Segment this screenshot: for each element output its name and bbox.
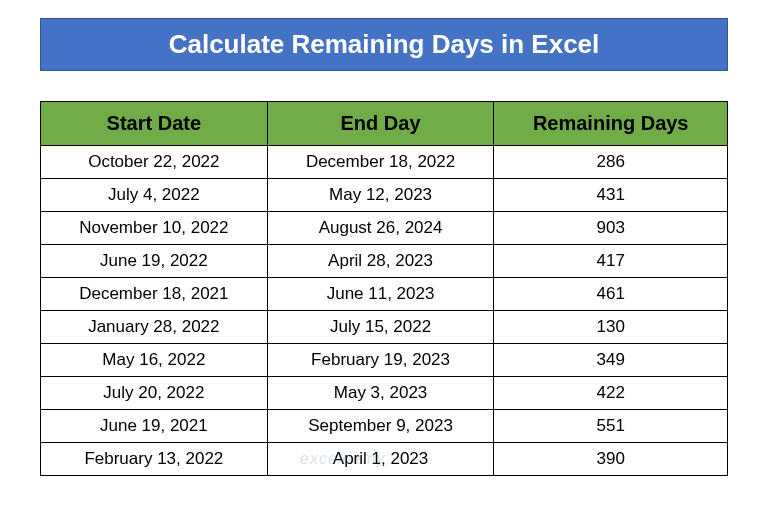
cell-end-day: April 1, 2023 [267,443,494,476]
table-row: July 4, 2022May 12, 2023431 [41,179,728,212]
cell-remaining-days: 431 [494,179,728,212]
cell-end-day: June 11, 2023 [267,278,494,311]
cell-end-day: July 15, 2022 [267,311,494,344]
table-row: June 19, 2021September 9, 2023551 [41,410,728,443]
cell-start-date: June 19, 2022 [41,245,268,278]
cell-start-date: July 4, 2022 [41,179,268,212]
cell-remaining-days: 461 [494,278,728,311]
cell-remaining-days: 422 [494,377,728,410]
data-table: Start Date End Day Remaining Days Octobe… [40,101,728,476]
table-row: October 22, 2022December 18, 2022286 [41,146,728,179]
page-title: Calculate Remaining Days in Excel [40,18,728,71]
header-start-date: Start Date [41,102,268,146]
cell-end-day: April 28, 2023 [267,245,494,278]
cell-start-date: May 16, 2022 [41,344,268,377]
cell-end-day: December 18, 2022 [267,146,494,179]
table-row: February 13, 2022April 1, 2023390 [41,443,728,476]
cell-start-date: July 20, 2022 [41,377,268,410]
table-container: Start Date End Day Remaining Days Octobe… [40,101,728,476]
header-remaining-days: Remaining Days [494,102,728,146]
cell-remaining-days: 390 [494,443,728,476]
table-row: June 19, 2022April 28, 2023417 [41,245,728,278]
cell-remaining-days: 286 [494,146,728,179]
cell-remaining-days: 349 [494,344,728,377]
cell-end-day: August 26, 2024 [267,212,494,245]
cell-remaining-days: 551 [494,410,728,443]
cell-start-date: February 13, 2022 [41,443,268,476]
header-end-day: End Day [267,102,494,146]
cell-remaining-days: 417 [494,245,728,278]
table-row: July 20, 2022May 3, 2023422 [41,377,728,410]
cell-end-day: May 3, 2023 [267,377,494,410]
cell-remaining-days: 130 [494,311,728,344]
table-row: December 18, 2021June 11, 2023461 [41,278,728,311]
cell-end-day: September 9, 2023 [267,410,494,443]
cell-end-day: February 19, 2023 [267,344,494,377]
cell-start-date: June 19, 2021 [41,410,268,443]
cell-remaining-days: 903 [494,212,728,245]
table-row: May 16, 2022February 19, 2023349 [41,344,728,377]
table-row: November 10, 2022August 26, 2024903 [41,212,728,245]
cell-start-date: December 18, 2021 [41,278,268,311]
table-row: January 28, 2022July 15, 2022130 [41,311,728,344]
table-header-row: Start Date End Day Remaining Days [41,102,728,146]
cell-start-date: November 10, 2022 [41,212,268,245]
cell-end-day: May 12, 2023 [267,179,494,212]
cell-start-date: October 22, 2022 [41,146,268,179]
cell-start-date: January 28, 2022 [41,311,268,344]
